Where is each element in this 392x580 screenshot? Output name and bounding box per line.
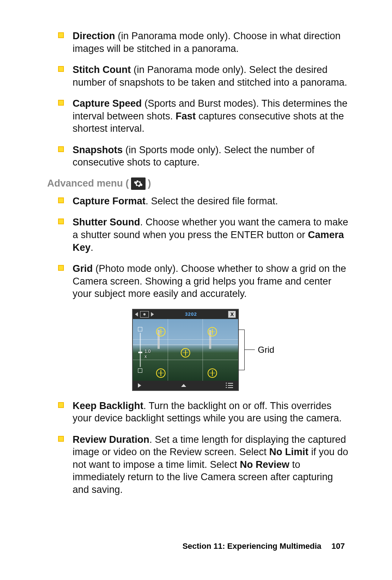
grid-line — [203, 319, 203, 381]
bullet-text: Direction (in Panorama mode only). Choos… — [73, 30, 348, 55]
shots-remaining: 3202 — [185, 311, 197, 317]
menu-icon — [226, 383, 233, 388]
grid-figure: 3202 X 1.0 x — [58, 309, 348, 391]
close-icon: X — [228, 311, 236, 318]
bullet-direction: Direction (in Panorama mode only). Choos… — [58, 30, 348, 55]
bullet-snapshots: Snapshots (in Sports mode only). Select … — [58, 144, 348, 169]
bullet-icon — [58, 146, 64, 152]
callout-label: Grid — [258, 345, 274, 355]
grid-line — [133, 360, 238, 360]
bullet-icon — [58, 32, 64, 38]
bullet-icon — [58, 100, 64, 106]
bullet-icon — [58, 66, 64, 72]
bullet-icon — [58, 218, 64, 224]
bullet-keep-backlight: Keep Backlight. Turn the backlight on or… — [58, 400, 348, 425]
bullet-review-duration: Review Duration. Set a time length for d… — [58, 433, 348, 496]
page-number: 107 — [331, 542, 345, 551]
bullet-stitch-count: Stitch Count (in Panorama mode only). Se… — [58, 64, 348, 89]
manual-page: Direction (in Panorama mode only). Choos… — [0, 0, 392, 580]
mode-icon — [140, 311, 149, 318]
term: Direction — [73, 30, 115, 41]
zoom-level: 1.0 x — [144, 349, 151, 359]
bullet-icon — [58, 265, 64, 271]
footer-section: Section 11: Experiencing Multimedia — [183, 542, 322, 551]
bullet-text: Stitch Count (in Panorama mode only). Se… — [73, 64, 348, 89]
bullet-text: Snapshots (in Sports mode only). Select … — [73, 144, 348, 169]
bullet-text: Review Duration. Set a time length for d… — [73, 433, 348, 496]
bullet-icon — [58, 197, 64, 203]
term: Stitch Count — [73, 64, 131, 75]
camera-viewport: 1.0 x — [133, 319, 238, 381]
bullet-icon — [58, 436, 64, 442]
figure-callout: Grid — [239, 330, 274, 370]
focus-target-icon — [208, 368, 217, 378]
camera-top-bar: 3202 X — [133, 310, 238, 319]
gear-icon — [131, 177, 146, 190]
zoom-slider: 1.0 x — [137, 327, 143, 373]
bullet-shutter-sound: Shutter Sound. Choose whether you want t… — [58, 216, 348, 254]
focus-target-icon — [208, 327, 217, 336]
grid-line — [133, 339, 238, 340]
focus-target-icon — [156, 368, 166, 378]
focus-target-icon — [181, 348, 190, 358]
heading-prefix: Advanced menu ( — [47, 178, 129, 189]
camera-bottom-bar — [133, 381, 238, 390]
camera-preview: 3202 X 1.0 x — [132, 309, 239, 391]
bullet-capture-speed: Capture Speed (Sports and Burst modes). … — [58, 97, 348, 135]
triangle-left-icon — [135, 312, 138, 316]
bullet-text: Capture Speed (Sports and Burst modes). … — [73, 97, 348, 135]
triangle-right-icon — [151, 312, 154, 316]
arrow-up-icon — [181, 384, 186, 387]
page-footer: Section 11: Experiencing Multimedia 107 — [183, 542, 345, 551]
focus-target-icon — [156, 327, 166, 336]
heading-suffix: ) — [148, 178, 151, 189]
bullet-text: Capture Format. Select the desired file … — [73, 195, 348, 208]
advanced-menu-heading: Advanced menu ( ) — [47, 177, 348, 190]
bullet-text: Shutter Sound. Choose whether you want t… — [73, 216, 348, 254]
term: Snapshots — [73, 144, 123, 155]
bullet-text: Keep Backlight. Turn the backlight on or… — [73, 400, 348, 425]
bullet-capture-format: Capture Format. Select the desired file … — [58, 195, 348, 208]
play-icon — [138, 383, 141, 388]
bullet-icon — [58, 402, 64, 408]
grid-line — [168, 319, 168, 381]
bullet-text: Grid (Photo mode only). Choose whether t… — [73, 262, 348, 300]
bullet-grid: Grid (Photo mode only). Choose whether t… — [58, 262, 348, 300]
